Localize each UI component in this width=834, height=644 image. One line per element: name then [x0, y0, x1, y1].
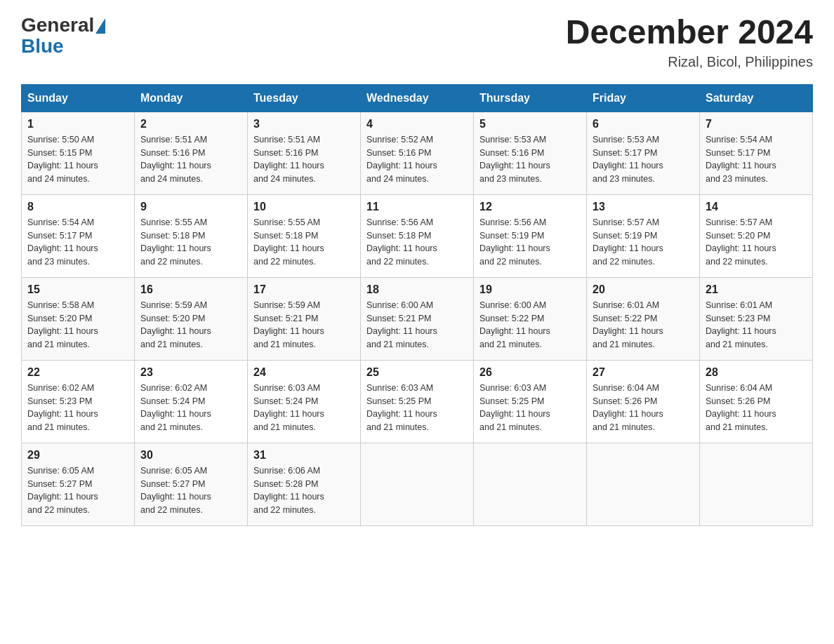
day-number: 26: [479, 366, 581, 379]
day-number: 29: [27, 449, 128, 462]
day-number: 3: [253, 118, 355, 130]
week-row-4: 22Sunrise: 6:02 AMSunset: 5:23 PMDayligh…: [22, 360, 813, 443]
logo-triangle-icon: [95, 18, 105, 34]
calendar-cell: 20Sunrise: 6:01 AMSunset: 5:22 PMDayligh…: [587, 277, 700, 360]
col-header-sunday: Sunday: [22, 84, 135, 112]
calendar-cell: 19Sunrise: 6:00 AMSunset: 5:22 PMDayligh…: [474, 277, 587, 360]
day-info: Sunrise: 5:54 AMSunset: 5:17 PMDaylight:…: [706, 133, 807, 186]
calendar-cell: 7Sunrise: 5:54 AMSunset: 5:17 PMDaylight…: [700, 112, 813, 194]
day-number: 25: [366, 366, 468, 379]
calendar-cell: 31Sunrise: 6:06 AMSunset: 5:28 PMDayligh…: [248, 443, 361, 525]
day-number: 4: [366, 118, 468, 130]
week-row-3: 15Sunrise: 5:58 AMSunset: 5:20 PMDayligh…: [22, 277, 813, 360]
calendar-cell: 28Sunrise: 6:04 AMSunset: 5:26 PMDayligh…: [700, 360, 813, 443]
calendar-cell: 9Sunrise: 5:55 AMSunset: 5:18 PMDaylight…: [135, 194, 248, 277]
day-info: Sunrise: 5:55 AMSunset: 5:18 PMDaylight:…: [140, 216, 241, 269]
day-info: Sunrise: 6:01 AMSunset: 5:22 PMDaylight:…: [593, 299, 694, 351]
day-info: Sunrise: 5:50 AMSunset: 5:15 PMDaylight:…: [27, 133, 128, 186]
day-number: 27: [593, 366, 694, 379]
day-info: Sunrise: 5:52 AMSunset: 5:16 PMDaylight:…: [366, 133, 468, 186]
calendar-cell: 25Sunrise: 6:03 AMSunset: 5:25 PMDayligh…: [361, 360, 474, 443]
calendar-cell: 6Sunrise: 5:53 AMSunset: 5:17 PMDaylight…: [587, 112, 700, 194]
day-info: Sunrise: 6:03 AMSunset: 5:25 PMDaylight:…: [479, 382, 581, 434]
day-info: Sunrise: 6:03 AMSunset: 5:25 PMDaylight:…: [366, 382, 468, 434]
calendar-cell: 10Sunrise: 5:55 AMSunset: 5:18 PMDayligh…: [248, 194, 361, 277]
day-info: Sunrise: 6:02 AMSunset: 5:23 PMDaylight:…: [27, 382, 128, 434]
logo-general-text: General: [21, 14, 94, 36]
week-row-5: 29Sunrise: 6:05 AMSunset: 5:27 PMDayligh…: [22, 443, 813, 525]
day-number: 11: [366, 201, 468, 213]
calendar-table: SundayMondayTuesdayWednesdayThursdayFrid…: [21, 84, 813, 526]
week-row-2: 8Sunrise: 5:54 AMSunset: 5:17 PMDaylight…: [22, 194, 813, 277]
calendar-body: 1Sunrise: 5:50 AMSunset: 5:15 PMDaylight…: [22, 112, 813, 525]
day-number: 14: [706, 201, 807, 213]
calendar-cell: 11Sunrise: 5:56 AMSunset: 5:18 PMDayligh…: [361, 194, 474, 277]
day-number: 15: [27, 283, 128, 296]
day-number: 23: [140, 366, 241, 379]
calendar-header: SundayMondayTuesdayWednesdayThursdayFrid…: [22, 84, 813, 112]
day-number: 9: [140, 201, 241, 213]
day-info: Sunrise: 5:56 AMSunset: 5:19 PMDaylight:…: [479, 216, 581, 269]
calendar-cell: 4Sunrise: 5:52 AMSunset: 5:16 PMDaylight…: [361, 112, 474, 194]
calendar-cell: [474, 443, 587, 525]
calendar-cell: 12Sunrise: 5:56 AMSunset: 5:19 PMDayligh…: [474, 194, 587, 277]
col-header-tuesday: Tuesday: [248, 84, 361, 112]
col-header-thursday: Thursday: [474, 84, 587, 112]
calendar-cell: [361, 443, 474, 525]
calendar-cell: 26Sunrise: 6:03 AMSunset: 5:25 PMDayligh…: [474, 360, 587, 443]
calendar-cell: 16Sunrise: 5:59 AMSunset: 5:20 PMDayligh…: [135, 277, 248, 360]
page-header: General Blue December 2024 Rizal, Bicol,…: [21, 14, 813, 70]
calendar-cell: 30Sunrise: 6:05 AMSunset: 5:27 PMDayligh…: [135, 443, 248, 525]
day-info: Sunrise: 5:59 AMSunset: 5:20 PMDaylight:…: [140, 299, 241, 351]
day-number: 5: [479, 118, 581, 130]
calendar-cell: 1Sunrise: 5:50 AMSunset: 5:15 PMDaylight…: [22, 112, 135, 194]
col-header-saturday: Saturday: [700, 84, 813, 112]
day-number: 31: [253, 449, 355, 462]
day-number: 8: [27, 201, 128, 213]
day-info: Sunrise: 6:02 AMSunset: 5:24 PMDaylight:…: [140, 382, 241, 434]
day-number: 21: [706, 283, 807, 296]
day-info: Sunrise: 6:03 AMSunset: 5:24 PMDaylight:…: [253, 382, 355, 434]
day-info: Sunrise: 5:55 AMSunset: 5:18 PMDaylight:…: [253, 216, 355, 269]
day-info: Sunrise: 6:04 AMSunset: 5:26 PMDaylight:…: [593, 382, 694, 434]
day-number: 19: [479, 283, 581, 296]
location-subtitle: Rizal, Bicol, Philippines: [566, 54, 813, 70]
day-info: Sunrise: 6:00 AMSunset: 5:21 PMDaylight:…: [366, 299, 468, 351]
calendar-cell: 8Sunrise: 5:54 AMSunset: 5:17 PMDaylight…: [22, 194, 135, 277]
day-number: 13: [593, 201, 694, 213]
calendar-cell: 27Sunrise: 6:04 AMSunset: 5:26 PMDayligh…: [587, 360, 700, 443]
day-info: Sunrise: 5:54 AMSunset: 5:17 PMDaylight:…: [27, 216, 128, 269]
day-info: Sunrise: 5:53 AMSunset: 5:17 PMDaylight:…: [593, 133, 694, 186]
day-number: 7: [706, 118, 807, 130]
day-number: 30: [140, 449, 241, 462]
col-header-wednesday: Wednesday: [361, 84, 474, 112]
month-title: December 2024: [566, 14, 813, 51]
col-header-friday: Friday: [587, 84, 700, 112]
calendar-cell: 23Sunrise: 6:02 AMSunset: 5:24 PMDayligh…: [135, 360, 248, 443]
day-number: 10: [253, 201, 355, 213]
day-info: Sunrise: 6:06 AMSunset: 5:28 PMDaylight:…: [253, 464, 355, 517]
week-row-1: 1Sunrise: 5:50 AMSunset: 5:15 PMDaylight…: [22, 112, 813, 194]
day-number: 16: [140, 283, 241, 296]
calendar-cell: 14Sunrise: 5:57 AMSunset: 5:20 PMDayligh…: [700, 194, 813, 277]
calendar-cell: 2Sunrise: 5:51 AMSunset: 5:16 PMDaylight…: [135, 112, 248, 194]
calendar-cell: 22Sunrise: 6:02 AMSunset: 5:23 PMDayligh…: [22, 360, 135, 443]
day-info: Sunrise: 6:05 AMSunset: 5:27 PMDaylight:…: [140, 464, 241, 517]
day-number: 22: [27, 366, 128, 379]
day-number: 2: [140, 118, 241, 130]
day-info: Sunrise: 6:04 AMSunset: 5:26 PMDaylight:…: [706, 382, 807, 434]
calendar-cell: 5Sunrise: 5:53 AMSunset: 5:16 PMDaylight…: [474, 112, 587, 194]
title-area: December 2024 Rizal, Bicol, Philippines: [566, 14, 813, 70]
day-info: Sunrise: 6:00 AMSunset: 5:22 PMDaylight:…: [479, 299, 581, 351]
day-number: 17: [253, 283, 355, 296]
calendar-cell: 13Sunrise: 5:57 AMSunset: 5:19 PMDayligh…: [587, 194, 700, 277]
day-info: Sunrise: 5:58 AMSunset: 5:20 PMDaylight:…: [27, 299, 128, 351]
calendar-cell: 15Sunrise: 5:58 AMSunset: 5:20 PMDayligh…: [22, 277, 135, 360]
day-info: Sunrise: 5:57 AMSunset: 5:20 PMDaylight:…: [706, 216, 807, 269]
day-info: Sunrise: 6:05 AMSunset: 5:27 PMDaylight:…: [27, 464, 128, 517]
calendar-cell: 3Sunrise: 5:51 AMSunset: 5:16 PMDaylight…: [248, 112, 361, 194]
day-number: 1: [27, 118, 128, 130]
calendar-cell: 17Sunrise: 5:59 AMSunset: 5:21 PMDayligh…: [248, 277, 361, 360]
day-info: Sunrise: 5:51 AMSunset: 5:16 PMDaylight:…: [253, 133, 355, 186]
day-number: 12: [479, 201, 581, 213]
